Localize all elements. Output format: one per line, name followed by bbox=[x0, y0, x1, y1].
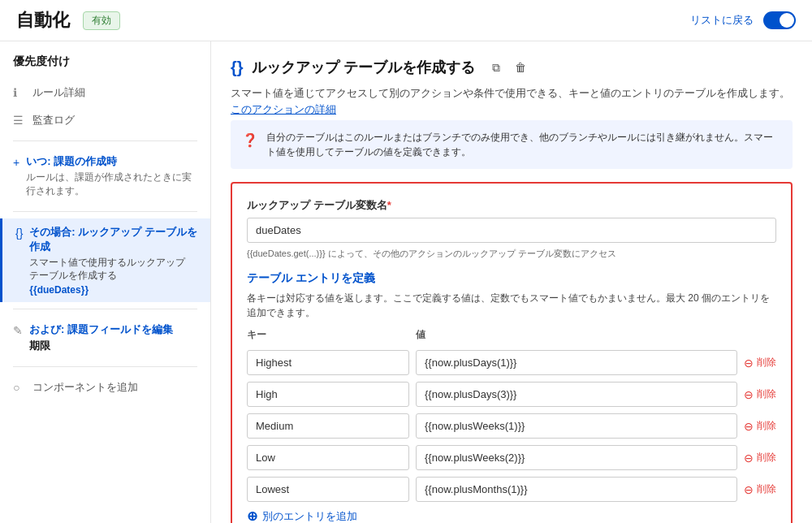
question-icon: ❓ bbox=[242, 131, 258, 159]
delete-row-button[interactable]: ⊖ 削除 bbox=[744, 387, 776, 401]
action-value: {{dueDates}} bbox=[29, 284, 197, 296]
sidebar-item-rule-detail-label: ルール詳細 bbox=[32, 85, 85, 100]
form-panel: ルックアップ テーブル変数名* {{dueDates.get(...)}} によ… bbox=[231, 182, 793, 523]
sidebar-divider bbox=[13, 140, 197, 141]
sidebar-action[interactable]: {} その場合: ルックアップ テーブルを作成 スマート値で使用するルックアップ… bbox=[0, 218, 210, 303]
entry-key-col bbox=[247, 477, 409, 502]
circle-icon: ○ bbox=[13, 381, 26, 394]
entry-val-col bbox=[416, 413, 737, 439]
entry-val-input[interactable] bbox=[416, 350, 737, 375]
content-header-icon: {} bbox=[231, 58, 244, 77]
delete-action-button[interactable]: 🗑 bbox=[511, 58, 530, 77]
delete-icon: ⊖ bbox=[744, 420, 754, 433]
table-row: ⊖ 削除 bbox=[247, 445, 776, 470]
add-entry-icon: ⊕ bbox=[247, 508, 257, 523]
col-key-header: キー bbox=[247, 328, 409, 342]
main-layout: 優先度付け ℹ ルール詳細 ☰ 監査ログ + いつ: 課題の作成時 ルールは、課… bbox=[0, 41, 812, 523]
delete-row-button[interactable]: ⊖ 削除 bbox=[744, 356, 776, 370]
delete-label: 削除 bbox=[757, 356, 776, 370]
content-area: {} ルックアップ テーブルを作成する ⧉ 🗑 スマート値を通じてアクセスして別… bbox=[211, 41, 812, 523]
sidebar-item-rule-detail[interactable]: ℹ ルール詳細 bbox=[0, 79, 210, 106]
action-content: その場合: ルックアップ テーブルを作成 スマート値で使用するルックアップ テー… bbox=[29, 225, 197, 296]
entry-key-input[interactable] bbox=[247, 445, 409, 470]
header-left: 自動化 有効 bbox=[16, 8, 120, 32]
sidebar-item-audit-log[interactable]: ☰ 監査ログ bbox=[0, 106, 210, 134]
page-title: ルックアップ テーブルを作成する bbox=[252, 58, 475, 77]
delete-row-button[interactable]: ⊖ 削除 bbox=[744, 419, 776, 433]
enable-toggle[interactable] bbox=[763, 11, 796, 29]
add-entry-button[interactable]: ⊕ 別のエントリを追加 bbox=[247, 508, 776, 523]
plus-icon: + bbox=[13, 156, 19, 169]
entry-key-col bbox=[247, 350, 409, 375]
sidebar-divider-2 bbox=[13, 211, 197, 212]
app-title: 自動化 bbox=[16, 8, 70, 32]
sidebar-divider-3 bbox=[13, 309, 197, 309]
entry-val-input[interactable] bbox=[416, 445, 737, 470]
sidebar-section-title: 優先度付け bbox=[0, 54, 210, 79]
top-header: 自動化 有効 リストに戻る bbox=[0, 0, 812, 41]
entries-container: ⊖ 削除 ⊖ 削除 ⊖ 削除 ⊖ bbox=[247, 350, 776, 502]
action-label: その場合: ルックアップ テーブルを作成 bbox=[29, 225, 197, 254]
toggle-knob bbox=[780, 13, 794, 28]
trigger-label: いつ: 課題の作成時 bbox=[26, 154, 197, 169]
sidebar-trigger[interactable]: + いつ: 課題の作成時 ルールは、課題が作成されたときに実行されます。 bbox=[0, 148, 210, 205]
action-desc: スマート値で使用するルックアップ テーブルを作成する bbox=[29, 256, 197, 283]
info-box: ❓ 自分のテーブルはこのルールまたはブランチでのみ使用でき、他のブランチやルール… bbox=[231, 120, 793, 169]
trigger-desc: ルールは、課題が作成されたときに実行されます。 bbox=[26, 171, 197, 198]
sidebar-add-component[interactable]: ○ コンポーネントを追加 bbox=[0, 374, 210, 401]
entry-key-col bbox=[247, 413, 409, 439]
delete-row-button[interactable]: ⊖ 削除 bbox=[744, 451, 776, 465]
detail-link[interactable]: このアクションの詳細 bbox=[231, 103, 336, 115]
status-badge: 有効 bbox=[83, 11, 120, 30]
entry-val-col bbox=[416, 350, 737, 375]
info-text: 自分のテーブルはこのルールまたはブランチでのみ使用でき、他のブランチやルールには… bbox=[266, 130, 781, 159]
entry-key-input[interactable] bbox=[247, 413, 409, 439]
trigger-content: いつ: 課題の作成時 ルールは、課題が作成されたときに実行されます。 bbox=[26, 154, 197, 198]
sidebar-final[interactable]: ✎ および: 課題フィールドを編集 期限 bbox=[0, 316, 210, 360]
list-icon: ☰ bbox=[13, 114, 26, 127]
entry-val-input[interactable] bbox=[416, 477, 737, 502]
back-link[interactable]: リストに戻る bbox=[690, 13, 754, 28]
table-row: ⊖ 削除 bbox=[247, 350, 776, 375]
entries-section-title: テーブル エントリを定義 bbox=[247, 271, 776, 286]
variable-name-input[interactable] bbox=[247, 218, 776, 243]
delete-label: 削除 bbox=[757, 451, 776, 465]
col-val-header: 値 bbox=[416, 328, 776, 342]
delete-icon: ⊖ bbox=[744, 357, 754, 370]
entry-val-col bbox=[416, 477, 737, 502]
table-row: ⊖ 削除 bbox=[247, 413, 776, 439]
final-content: および: 課題フィールドを編集 期限 bbox=[29, 322, 173, 353]
delete-icon: ⊖ bbox=[744, 388, 754, 401]
final-label: および: 課題フィールドを編集 bbox=[29, 322, 173, 337]
content-header: {} ルックアップ テーブルを作成する ⧉ 🗑 bbox=[231, 58, 793, 77]
table-row: ⊖ 削除 bbox=[247, 382, 776, 407]
entry-val-input[interactable] bbox=[416, 413, 737, 439]
variable-hint: {{dueDates.get(...)}} によって、その他のアクションのルック… bbox=[247, 248, 776, 260]
final-sub: 期限 bbox=[29, 339, 173, 353]
header-right: リストに戻る bbox=[690, 11, 796, 29]
delete-label: 削除 bbox=[757, 387, 776, 401]
sidebar-item-audit-log-label: 監査ログ bbox=[32, 113, 75, 128]
table-row: ⊖ 削除 bbox=[247, 477, 776, 502]
header-actions: ⧉ 🗑 bbox=[486, 58, 530, 77]
variable-label: ルックアップ テーブル変数名* bbox=[247, 198, 776, 213]
entry-val-input[interactable] bbox=[416, 382, 737, 407]
entry-key-input[interactable] bbox=[247, 382, 409, 407]
add-entry-label: 別のエントリを追加 bbox=[262, 509, 357, 524]
info-icon: ℹ bbox=[13, 86, 26, 99]
entry-key-col bbox=[247, 445, 409, 470]
required-star: * bbox=[387, 199, 391, 211]
delete-row-button[interactable]: ⊖ 削除 bbox=[744, 482, 776, 496]
entry-key-input[interactable] bbox=[247, 350, 409, 375]
copy-button[interactable]: ⧉ bbox=[486, 58, 506, 77]
delete-label: 削除 bbox=[757, 419, 776, 433]
entry-key-col bbox=[247, 382, 409, 407]
table-header: キー 値 bbox=[247, 323, 776, 347]
delete-icon: ⊖ bbox=[744, 452, 754, 465]
entry-key-input[interactable] bbox=[247, 477, 409, 502]
curly-icon: {} bbox=[15, 227, 23, 240]
delete-label: 削除 bbox=[757, 482, 776, 496]
delete-icon: ⊖ bbox=[744, 483, 754, 496]
entry-val-col bbox=[416, 445, 737, 470]
content-desc: スマート値を通じてアクセスして別のアクションや条件で使用できる、キーと値のエント… bbox=[231, 85, 793, 117]
